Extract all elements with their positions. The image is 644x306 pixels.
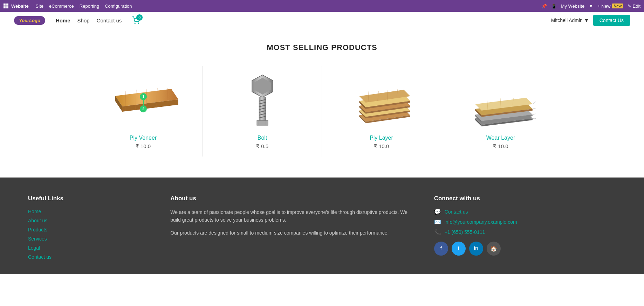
app-name[interactable]: Website — [11, 4, 29, 9]
svg-text:1: 1 — [142, 95, 144, 99]
footer-link-about[interactable]: About us — [28, 218, 47, 223]
contact-us-button[interactable]: Contact Us — [593, 15, 630, 26]
svg-rect-3 — [6, 6, 8, 8]
about-title: About us — [170, 195, 413, 202]
footer-link-home[interactable]: Home — [28, 209, 41, 214]
svg-rect-2 — [4, 6, 6, 8]
grid-icon[interactable] — [4, 4, 8, 8]
logo-area[interactable]: YourLogo — [14, 16, 45, 25]
nav-home[interactable]: Home — [56, 18, 70, 23]
useful-links-title: Useful Links — [28, 195, 149, 202]
svg-rect-1 — [6, 4, 8, 6]
nav-shop[interactable]: Shop — [77, 18, 90, 23]
svg-rect-29 — [257, 120, 268, 125]
connect-contact: 💬 Contact us — [434, 208, 616, 215]
connect-email: ✉️ info@yourcompany.example.com — [434, 218, 616, 225]
footer-connect: Connect with us 💬 Contact us ✉️ info@you… — [434, 195, 616, 260]
nav-right: Mitchell Admin ▼ Contact Us — [551, 15, 630, 26]
connect-title: Connect with us — [434, 195, 616, 202]
product-price-bolt: ₹ 0.5 — [256, 143, 268, 149]
social-home[interactable]: 🏠 — [487, 242, 501, 256]
site-nav: YourLogo Home Shop Contact us 0 Mitchell… — [0, 12, 644, 29]
my-website-btn[interactable]: My Website — [561, 4, 585, 9]
product-image-bolt — [227, 70, 297, 129]
product-name-wear-layer[interactable]: Wear Layer — [486, 135, 515, 141]
pin-icon[interactable]: 📌 — [541, 4, 547, 9]
social-twitter[interactable]: t — [452, 242, 466, 256]
nav-links: Home Shop Contact us 0 — [56, 16, 140, 24]
phone-icon: 📞 — [434, 229, 441, 235]
svg-line-62 — [533, 99, 536, 104]
footer-links-list: Home About us Products Services Legal Co… — [28, 208, 149, 260]
connect-email-link[interactable]: info@yourcompany.example.com — [445, 219, 517, 225]
about-text-2: Our products are designed for small to m… — [170, 229, 413, 237]
about-text-1: We are a team of passionate people whose… — [170, 208, 413, 224]
footer-link-legal[interactable]: Legal — [28, 245, 40, 251]
admin-right: 📌 📱 My Website ▼ + New New ✎ Edit — [541, 4, 640, 9]
nav-contact[interactable]: Contact us — [97, 18, 122, 23]
cart-icon[interactable]: 0 — [132, 16, 140, 24]
footer-about: About us We are a team of passionate peo… — [170, 195, 413, 260]
section-title: MOST SELLING PRODUCTS — [7, 43, 637, 52]
connect-phone: 📞 +1 (650) 555-0111 — [434, 229, 616, 235]
admin-nav: Site eCommerce Reporting Configuration — [36, 4, 541, 9]
admin-bar: Website Site eCommerce Reporting Configu… — [0, 0, 644, 12]
connect-phone-link[interactable]: +1 (650) 555-0111 — [445, 229, 485, 235]
logo[interactable]: YourLogo — [14, 16, 45, 25]
product-card-ply-layer[interactable]: Ply Layer ₹ 10.0 — [322, 66, 441, 157]
social-linkedin[interactable]: in — [469, 242, 483, 256]
cart-count: 0 — [136, 14, 143, 21]
admin-user[interactable]: Mitchell Admin ▼ — [551, 18, 589, 23]
device-icon[interactable]: 📱 — [551, 4, 557, 9]
admin-nav-reporting[interactable]: Reporting — [80, 4, 99, 9]
product-image-wear-layer — [466, 70, 536, 129]
footer-link-services[interactable]: Services — [28, 236, 47, 242]
svg-line-64 — [533, 113, 536, 115]
product-price-ply-layer: ₹ 10.0 — [374, 143, 389, 149]
dropdown-icon: ▼ — [589, 4, 593, 9]
social-icons: f t in 🏠 — [434, 242, 616, 256]
footer-link-products[interactable]: Products — [28, 227, 47, 232]
product-card-bolt[interactable]: Bolt ₹ 0.5 — [203, 66, 322, 157]
product-price-ply-veneer: ₹ 10.0 — [136, 143, 151, 149]
chat-icon: 💬 — [434, 208, 441, 215]
svg-point-4 — [135, 23, 136, 23]
admin-nav-ecommerce[interactable]: eCommerce — [49, 4, 74, 9]
footer-useful-links: Useful Links Home About us Products Serv… — [28, 195, 149, 260]
footer-link-contact[interactable]: Contact us — [28, 254, 52, 260]
connect-items: 💬 Contact us ✉️ info@yourcompany.example… — [434, 208, 616, 235]
product-image-ply-veneer: 1 2 — [108, 70, 178, 129]
edit-btn[interactable]: ✎ Edit — [628, 4, 640, 9]
mail-icon: ✉️ — [434, 218, 441, 225]
product-name-ply-veneer[interactable]: Ply Veneer — [130, 135, 157, 141]
new-btn[interactable]: + New New — [597, 4, 623, 9]
product-price-wear-layer: ₹ 10.0 — [493, 143, 508, 149]
svg-text:2: 2 — [142, 107, 144, 111]
products-grid: 1 2 Ply Veneer ₹ 10.0 — [77, 66, 567, 157]
svg-line-63 — [533, 107, 536, 109]
new-badge: New — [612, 4, 623, 8]
product-name-bolt[interactable]: Bolt — [258, 135, 267, 141]
connect-contact-link[interactable]: Contact us — [445, 209, 468, 215]
product-name-ply-layer[interactable]: Ply Layer — [370, 135, 393, 141]
social-facebook[interactable]: f — [434, 242, 448, 256]
admin-nav-site[interactable]: Site — [36, 4, 43, 9]
footer: Useful Links Home About us Products Serv… — [0, 178, 644, 274]
svg-point-5 — [138, 23, 139, 23]
user-dropdown-icon: ▼ — [584, 18, 589, 23]
product-card-wear-layer[interactable]: Wear Layer ₹ 10.0 — [441, 66, 560, 157]
product-card-ply-veneer[interactable]: 1 2 Ply Veneer ₹ 10.0 — [84, 66, 203, 157]
product-image-ply-layer — [347, 70, 417, 129]
svg-rect-0 — [4, 4, 6, 6]
admin-nav-configuration[interactable]: Configuration — [105, 4, 132, 9]
main-content: MOST SELLING PRODUCTS — [0, 29, 644, 178]
